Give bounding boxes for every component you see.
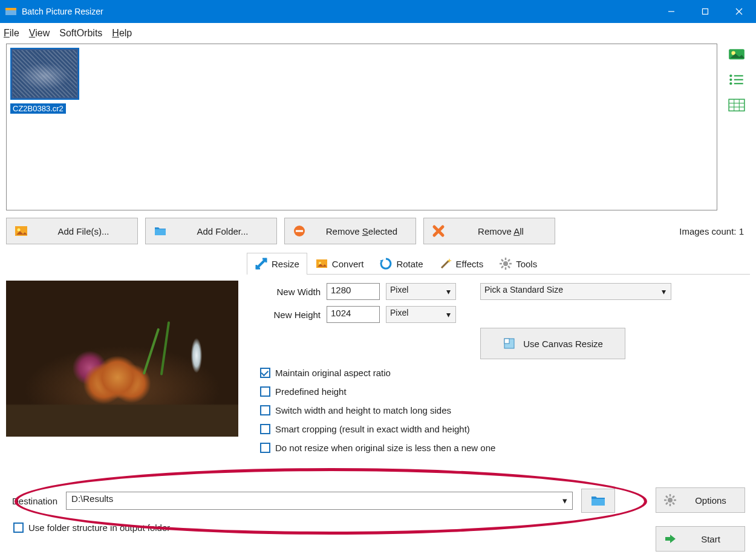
titlebar: Batch Picture Resizer xyxy=(0,0,756,23)
convert-icon xyxy=(315,257,328,270)
play-icon xyxy=(663,532,677,545)
switch-wh-label: Switch width and height to match long si… xyxy=(275,405,451,415)
svg-line-32 xyxy=(508,259,510,261)
checkbox-icon xyxy=(260,443,270,453)
smart-crop-checkbox[interactable]: Smart cropping (result in exact width an… xyxy=(260,424,744,434)
predefined-height-checkbox[interactable]: Predefined height xyxy=(260,386,744,397)
tab-convert[interactable]: Convert xyxy=(307,253,372,274)
resize-icon xyxy=(255,257,268,270)
svg-point-8 xyxy=(729,74,732,77)
standard-size-select[interactable]: Pick a Standard Size▾ xyxy=(480,283,671,300)
app-icon xyxy=(5,5,17,18)
options-button[interactable]: Options xyxy=(656,487,745,513)
rotate-icon xyxy=(379,257,393,270)
remove-icon xyxy=(292,224,307,238)
thumbnail-item[interactable]: CZ2B0383.cr2 xyxy=(10,48,82,114)
width-unit-select[interactable]: Pixel▾ xyxy=(386,283,456,300)
menu-view[interactable]: View xyxy=(29,28,50,39)
view-mode-toolbar xyxy=(723,44,750,210)
new-width-input[interactable]: 1280 xyxy=(327,283,380,300)
checkbox-icon xyxy=(260,368,270,378)
checkbox-icon xyxy=(260,424,270,434)
no-resize-smaller-checkbox[interactable]: Do not resize when original size is less… xyxy=(260,443,744,453)
view-thumbnails-icon[interactable] xyxy=(728,47,746,62)
remove-selected-button[interactable]: Remove Selected xyxy=(284,218,416,244)
maximize-button[interactable] xyxy=(688,0,722,23)
add-folder-button[interactable]: Add Folder... xyxy=(145,218,277,244)
images-count: Images count: 1 xyxy=(679,226,750,236)
no-resize-smaller-label: Do not resize when original size is less… xyxy=(275,443,495,453)
tab-effects-label: Effects xyxy=(456,259,484,269)
use-folder-label: Use folder structure in output folder xyxy=(28,523,170,533)
close-button[interactable] xyxy=(722,0,756,23)
add-files-button[interactable]: Add File(s)... xyxy=(6,218,138,244)
remove-selected-label: Remove Selected xyxy=(315,226,408,236)
canvas-icon xyxy=(503,337,516,350)
new-height-label: New Height xyxy=(253,310,321,320)
svg-point-25 xyxy=(503,261,508,266)
use-canvas-resize-button[interactable]: Use Canvas Resize xyxy=(480,328,625,359)
svg-line-43 xyxy=(673,496,674,498)
start-label: Start xyxy=(684,534,737,544)
remove-all-button[interactable]: Remove All xyxy=(423,218,555,244)
image-icon xyxy=(14,224,28,238)
svg-point-12 xyxy=(729,82,732,85)
svg-rect-3 xyxy=(703,9,708,15)
minimize-button[interactable] xyxy=(654,0,688,23)
actions-row: Add File(s)... Add Folder... Remove Sele… xyxy=(6,218,750,244)
thumbnail-filename: CZ2B0383.cr2 xyxy=(10,103,66,114)
svg-rect-35 xyxy=(504,339,509,343)
thumbnail-image xyxy=(10,48,79,100)
svg-line-41 xyxy=(666,496,668,498)
menu-file[interactable]: File xyxy=(4,28,19,39)
tabs: Resize Convert Rotate Effects Tools xyxy=(247,253,750,275)
smart-crop-label: Smart cropping (result in exact width an… xyxy=(275,424,470,434)
menubar: File View SoftOrbits Help xyxy=(0,23,756,44)
svg-point-20 xyxy=(18,229,21,232)
browse-folder-button[interactable] xyxy=(581,489,615,513)
use-folder-structure-checkbox[interactable]: Use folder structure in output folder xyxy=(13,523,170,533)
preview-image xyxy=(6,281,238,437)
tab-rotate[interactable]: Rotate xyxy=(371,253,431,274)
height-unit-select[interactable]: Pixel▾ xyxy=(386,306,456,323)
svg-point-36 xyxy=(668,498,673,503)
svg-line-42 xyxy=(673,503,674,504)
tab-rotate-label: Rotate xyxy=(396,259,423,269)
predefined-height-label: Predefined height xyxy=(275,386,347,397)
effects-icon xyxy=(439,257,452,270)
tab-tools[interactable]: Tools xyxy=(491,253,545,274)
destination-input[interactable]: D:\Results ▾ xyxy=(66,492,573,510)
maintain-aspect-checkbox[interactable]: Maintain original aspect ratio xyxy=(260,368,744,378)
checkbox-icon xyxy=(260,405,270,415)
resize-form: New Width 1280 Pixel▾ New Height 1024 Pi… xyxy=(247,275,750,466)
view-list-icon[interactable] xyxy=(728,73,746,87)
tab-tools-label: Tools xyxy=(516,259,537,269)
tab-resize[interactable]: Resize xyxy=(247,253,307,274)
gear-icon xyxy=(663,493,677,507)
view-details-icon[interactable] xyxy=(728,98,746,112)
options-label: Options xyxy=(684,495,737,506)
checkbox-icon xyxy=(260,386,270,397)
menu-softorbits[interactable]: SoftOrbits xyxy=(59,28,102,39)
svg-rect-22 xyxy=(296,230,303,232)
tab-effects[interactable]: Effects xyxy=(431,253,492,274)
tab-resize-label: Resize xyxy=(272,259,299,269)
delete-icon xyxy=(431,224,446,238)
new-height-input[interactable]: 1024 xyxy=(327,306,380,323)
folder-icon xyxy=(153,224,168,238)
preview-panel xyxy=(6,253,238,445)
switch-wh-checkbox[interactable]: Switch width and height to match long si… xyxy=(260,405,744,415)
chevron-down-icon: ▾ xyxy=(562,495,567,506)
chevron-down-icon: ▾ xyxy=(446,310,451,319)
svg-line-31 xyxy=(508,266,510,268)
chevron-down-icon: ▾ xyxy=(446,287,451,296)
thumbnail-list[interactable]: CZ2B0383.cr2 xyxy=(6,44,717,210)
add-files-label: Add File(s)... xyxy=(37,226,130,236)
start-button[interactable]: Start xyxy=(656,526,745,552)
svg-rect-14 xyxy=(729,99,745,111)
tools-icon xyxy=(499,257,512,270)
tab-convert-label: Convert xyxy=(332,259,364,269)
svg-line-30 xyxy=(501,259,503,261)
add-folder-label: Add Folder... xyxy=(176,226,269,236)
menu-help[interactable]: Help xyxy=(112,28,132,39)
